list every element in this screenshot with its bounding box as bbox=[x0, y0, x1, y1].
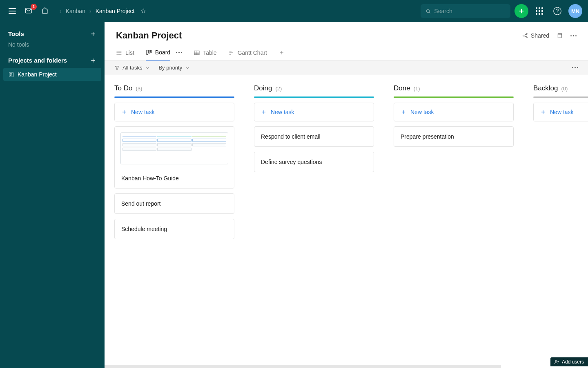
chevron-right-icon: › bbox=[60, 8, 62, 14]
sidebar-tools-section: Tools No tools bbox=[0, 30, 105, 48]
sidebar-projects-label: Projects and folders bbox=[8, 57, 67, 64]
tab-add[interactable] bbox=[278, 45, 285, 60]
filter-bar: All tasks By priority bbox=[105, 61, 588, 75]
main: Tools No tools Projects and folders Kanb… bbox=[0, 22, 588, 368]
card-define-survey[interactable]: Define survey questions bbox=[254, 152, 374, 172]
horizontal-scrollbar[interactable] bbox=[105, 365, 501, 368]
filter-all-tasks[interactable]: All tasks bbox=[114, 65, 150, 71]
card-title: Define survey questions bbox=[261, 159, 322, 165]
chevron-down-icon bbox=[185, 65, 190, 71]
svg-rect-4 bbox=[9, 72, 13, 76]
sidebar-item-label: Kanban Project bbox=[18, 71, 57, 78]
sidebar-item-kanban-project[interactable]: Kanban Project bbox=[3, 68, 101, 81]
card-send-report[interactable]: Send out report bbox=[114, 193, 234, 214]
global-add-button[interactable] bbox=[514, 4, 528, 18]
plus-icon bbox=[261, 109, 267, 115]
plus-icon bbox=[121, 109, 127, 115]
kanban-board[interactable]: To Do (3) New task Ka bbox=[105, 75, 588, 368]
new-task-button-doing[interactable]: New task bbox=[254, 103, 374, 121]
list-icon bbox=[116, 49, 122, 56]
new-task-label: New task bbox=[271, 109, 294, 115]
panel-button[interactable] bbox=[557, 32, 563, 39]
tab-list[interactable]: List bbox=[116, 45, 134, 60]
column-title: Done bbox=[394, 84, 410, 92]
add-users-label: Add users bbox=[562, 359, 584, 365]
view-tabs: List Board Table Gantt Chart bbox=[105, 41, 588, 61]
column-accent bbox=[114, 96, 234, 98]
tab-gantt[interactable]: Gantt Chart bbox=[228, 45, 267, 60]
add-tool-button[interactable] bbox=[90, 31, 96, 37]
menu-button[interactable] bbox=[6, 4, 19, 18]
column-header[interactable]: Doing (2) bbox=[254, 84, 374, 92]
tab-board[interactable]: Board bbox=[146, 45, 170, 61]
hamburger-icon bbox=[9, 8, 16, 14]
topbar: 1 › Kanban › Kanban Project bbox=[0, 0, 588, 22]
column-count: (0) bbox=[561, 85, 568, 92]
pin-icon bbox=[140, 8, 146, 14]
filter-icon bbox=[114, 65, 120, 71]
filter-all-tasks-label: All tasks bbox=[122, 65, 142, 71]
help-button[interactable] bbox=[550, 4, 564, 18]
tab-board-more[interactable] bbox=[176, 48, 182, 57]
card-respond-email[interactable]: Respond to client email bbox=[254, 126, 374, 147]
home-button[interactable] bbox=[38, 4, 51, 18]
new-task-label: New task bbox=[550, 109, 574, 115]
svg-point-6 bbox=[526, 34, 527, 35]
search-box[interactable] bbox=[421, 4, 510, 18]
inbox-button[interactable]: 1 bbox=[22, 4, 35, 18]
new-task-button-backlog[interactable]: New task bbox=[533, 103, 588, 121]
breadcrumb-parent[interactable]: Kanban bbox=[66, 8, 85, 14]
filter-more-button[interactable] bbox=[572, 67, 578, 68]
tab-board-label: Board bbox=[155, 49, 170, 56]
svg-point-10 bbox=[117, 52, 118, 53]
pin-button[interactable] bbox=[138, 6, 148, 16]
sidebar-no-tools: No tools bbox=[8, 41, 96, 48]
search-input[interactable] bbox=[434, 8, 506, 14]
card-prepare-presentation[interactable]: Prepare presentation bbox=[394, 126, 514, 147]
column-header[interactable]: Done (1) bbox=[394, 84, 514, 92]
column-backlog: Backlog (0) New task bbox=[533, 84, 588, 364]
new-task-button-done[interactable]: New task bbox=[394, 103, 514, 121]
svg-point-7 bbox=[526, 37, 527, 38]
card-title: Respond to client email bbox=[261, 133, 321, 140]
column-count: (3) bbox=[136, 85, 142, 92]
new-task-button-todo[interactable]: New task bbox=[114, 103, 234, 121]
svg-point-16 bbox=[555, 360, 557, 362]
plus-icon bbox=[518, 7, 525, 15]
column-title: Doing bbox=[254, 84, 272, 92]
content-header: Kanban Project Shared bbox=[105, 22, 588, 41]
column-title: To Do bbox=[114, 84, 132, 92]
card-title: Kanban How-To Guide bbox=[121, 175, 179, 182]
more-button[interactable] bbox=[570, 35, 577, 36]
breadcrumb: › Kanban › Kanban Project bbox=[60, 6, 148, 16]
svg-rect-0 bbox=[26, 8, 32, 13]
card-kanban-howto[interactable]: Kanban How-To Guide bbox=[114, 126, 234, 188]
add-users-button[interactable]: Add users bbox=[550, 357, 588, 366]
add-project-button[interactable] bbox=[90, 57, 96, 64]
user-avatar[interactable]: MN bbox=[568, 4, 582, 18]
sidebar-projects-section: Projects and folders bbox=[0, 57, 105, 64]
card-schedule-meeting[interactable]: Schedule meeting bbox=[114, 219, 234, 239]
svg-point-5 bbox=[523, 35, 524, 36]
apps-button[interactable] bbox=[532, 4, 546, 18]
column-header[interactable]: Backlog (0) bbox=[533, 84, 588, 92]
svg-rect-12 bbox=[147, 50, 148, 55]
svg-rect-15 bbox=[194, 51, 199, 54]
project-icon bbox=[8, 72, 14, 78]
sidebar-projects-heading: Projects and folders bbox=[8, 57, 96, 64]
breadcrumb-current: Kanban Project bbox=[96, 8, 135, 14]
filter-priority[interactable]: By priority bbox=[158, 65, 190, 71]
sidebar-tools-heading: Tools bbox=[8, 30, 96, 37]
more-icon bbox=[176, 52, 182, 53]
column-header[interactable]: To Do (3) bbox=[114, 84, 234, 92]
shared-button[interactable]: Shared bbox=[522, 32, 549, 39]
board-icon bbox=[146, 49, 152, 56]
sidebar: Tools No tools Projects and folders Kanb… bbox=[0, 22, 105, 368]
plus-icon bbox=[278, 49, 285, 56]
column-done: Done (1) New task Prepare presentation bbox=[394, 84, 514, 364]
table-icon bbox=[194, 49, 200, 56]
svg-point-1 bbox=[426, 9, 430, 13]
svg-rect-13 bbox=[148, 50, 149, 53]
tab-table[interactable]: Table bbox=[194, 45, 216, 60]
search-icon bbox=[425, 8, 431, 14]
